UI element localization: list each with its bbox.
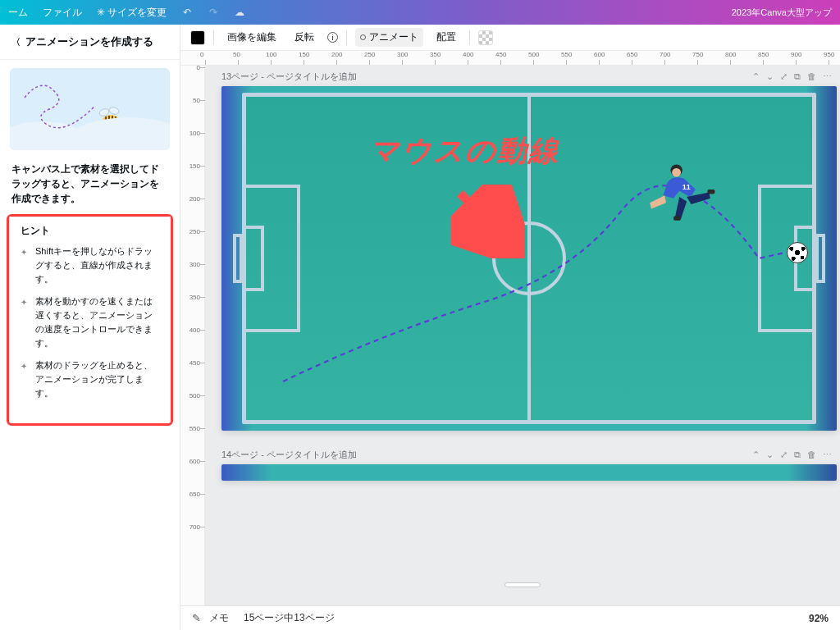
edit-image-button[interactable]: 画像を編集 <box>222 28 281 47</box>
horizontal-ruler <box>180 51 840 66</box>
undo-icon[interactable]: ↶ <box>181 7 193 18</box>
svg-rect-8 <box>673 216 681 220</box>
hints-title: ヒント <box>21 224 161 238</box>
hints-highlight-box: ヒント ✦ Shiftキーを押しながらドラッグすると、直線が作成されます。 ✦ … <box>7 214 173 426</box>
flip-button[interactable]: 反転 <box>290 28 319 47</box>
hint-item: ✦ Shiftキーを押しながらドラッグすると、直線が作成されます。 <box>21 244 161 286</box>
hint-item: ✦ 素材を動かすのを速くまたは遅くすると、アニメーションの速度をコントロールでき… <box>21 294 161 350</box>
top-menu-bar: ーム ファイル ✳ サイズを変更 ↶ ↷ ☁ 2023年Canva大型アップ <box>0 0 840 25</box>
animation-sidebar: 〈 アニメーションを作成する キャンバス上で素材を選択してドラッグすると、アニメ… <box>0 25 180 630</box>
trash-icon[interactable]: 🗑 <box>807 450 816 460</box>
duplicate-icon[interactable]: ⧉ <box>794 71 801 82</box>
sparkle-icon: ✦ <box>21 246 30 286</box>
position-button[interactable]: 配置 <box>431 28 461 47</box>
expand-down-icon[interactable]: ⌄ <box>766 450 774 460</box>
svg-text:11: 11 <box>682 183 691 191</box>
color-swatch[interactable] <box>190 30 205 45</box>
svg-point-5 <box>672 168 681 177</box>
info-icon[interactable]: i <box>327 32 338 43</box>
bottom-bar: ✎ メモ 15ページ中13ページ 92% <box>180 605 840 630</box>
page-indicator[interactable]: 15ページ中13ページ <box>244 611 335 625</box>
banner-text: 2023年Canva大型アップ <box>732 7 832 19</box>
duplicate-icon[interactable]: ⧉ <box>794 450 801 460</box>
home-menu[interactable]: ーム <box>8 6 28 20</box>
cursor-icon <box>127 129 144 145</box>
page-header: 14ページ - ページタイトルを追加 ⌃ ⌄ ⤢ ⧉ 🗑 ⋯ <box>205 444 840 464</box>
timeline-drag-handle[interactable] <box>504 582 541 587</box>
soccer-player-graphic[interactable]: 11 <box>644 160 718 234</box>
page-header: 13ページ - ページタイトルを追加 ⌃ ⌄ ⤢ ⧉ 🗑 ⋯ <box>205 66 840 86</box>
page-title-input[interactable]: 13ページ - ページタイトルを追加 <box>221 71 357 83</box>
redo-icon[interactable]: ↷ <box>208 7 219 18</box>
lock-icon[interactable]: ⤢ <box>780 71 788 82</box>
page-canvas-13[interactable]: マウスの動線 11 <box>221 86 837 431</box>
sidebar-back[interactable]: 〈 アニメーションを作成する <box>0 25 180 60</box>
expand-down-icon[interactable]: ⌄ <box>766 71 774 82</box>
illustration-path <box>16 75 148 140</box>
file-menu[interactable]: ファイル <box>43 6 82 20</box>
lock-icon[interactable]: ⤢ <box>780 450 788 460</box>
annotation-text: マウスの動線 <box>369 131 559 171</box>
notes-button[interactable]: メモ <box>209 611 229 625</box>
illustration <box>10 68 170 150</box>
context-toolbar: 画像を編集 反転 i アニメート 配置 <box>180 25 840 51</box>
arrow-annotation <box>451 185 525 258</box>
page-canvas-14[interactable] <box>221 464 837 481</box>
sparkle-icon: ✦ <box>21 296 30 350</box>
collapse-up-icon[interactable]: ⌃ <box>752 450 760 460</box>
vertical-ruler <box>180 66 205 605</box>
sparkle-icon: ✦ <box>21 360 30 400</box>
svg-rect-7 <box>707 189 714 194</box>
sidebar-title: アニメーションを作成する <box>25 34 153 49</box>
animate-button[interactable]: アニメート <box>355 28 423 47</box>
svg-line-3 <box>460 194 504 238</box>
more-icon[interactable]: ⋯ <box>823 450 832 460</box>
soccer-ball-graphic[interactable] <box>787 242 808 263</box>
trash-icon[interactable]: 🗑 <box>807 71 816 82</box>
pages-scroll[interactable]: 13ページ - ページタイトルを追加 ⌃ ⌄ ⤢ ⧉ 🗑 ⋯ <box>205 66 840 605</box>
chevron-left-icon: 〈 <box>11 36 21 48</box>
sidebar-caption: キャンバス上で素材を選択してドラッグすると、アニメーションを作成できます。 <box>0 157 180 214</box>
cloud-synced-icon[interactable]: ☁ <box>234 7 245 18</box>
collapse-up-icon[interactable]: ⌃ <box>752 71 760 82</box>
more-icon[interactable]: ⋯ <box>823 71 832 82</box>
hint-item: ✦ 素材のドラッグを止めると、アニメーションが完了します。 <box>21 358 161 400</box>
notes-icon[interactable]: ✎ <box>192 612 201 624</box>
page-title-input[interactable]: 14ページ - ページタイトルを追加 <box>221 449 357 461</box>
transparency-button[interactable] <box>478 30 493 45</box>
resize-menu[interactable]: ✳ サイズを変更 <box>97 6 167 20</box>
zoom-level[interactable]: 92% <box>809 613 829 624</box>
animate-icon <box>360 34 366 40</box>
